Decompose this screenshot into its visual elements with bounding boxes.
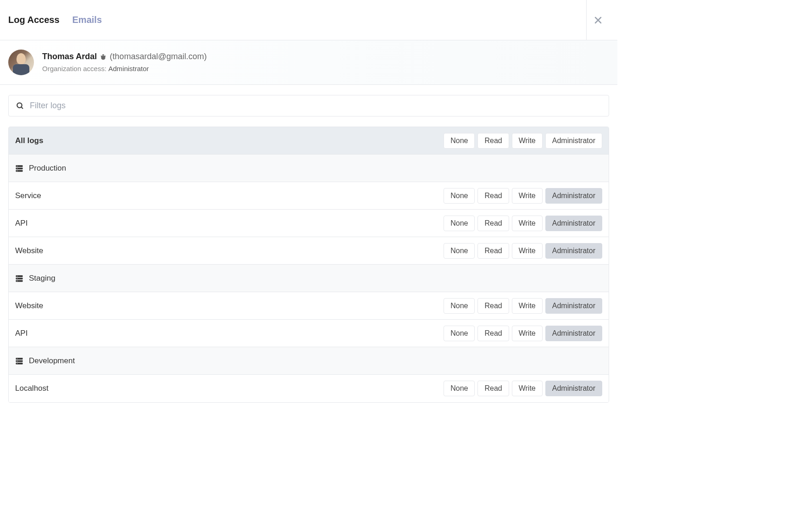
production-website-perm-write[interactable]: Write bbox=[512, 243, 543, 259]
all-logs-permission-group: NoneReadWriteAdministrator bbox=[444, 133, 602, 149]
bug-icon bbox=[100, 53, 107, 61]
log-row-staging-api: APINoneReadWriteAdministrator bbox=[9, 320, 609, 347]
log-label: API bbox=[15, 329, 28, 338]
svg-rect-8 bbox=[16, 275, 23, 277]
log-label: Website bbox=[15, 301, 43, 310]
development-localhost-perm-none[interactable]: None bbox=[444, 381, 475, 396]
svg-point-0 bbox=[17, 103, 22, 108]
close-icon bbox=[594, 14, 602, 27]
development-localhost-permission-group: NoneReadWriteAdministrator bbox=[444, 381, 602, 396]
group-label: Development bbox=[29, 356, 75, 366]
svg-point-6 bbox=[17, 168, 17, 168]
group-label: Staging bbox=[29, 274, 55, 283]
staging-website-permission-group: NoneReadWriteAdministrator bbox=[444, 298, 602, 314]
log-access-table: All logsNoneReadWriteAdministratorProduc… bbox=[8, 127, 609, 403]
log-label: API bbox=[15, 219, 28, 228]
group-left-production: Production bbox=[15, 164, 66, 173]
production-api-permission-group: NoneReadWriteAdministrator bbox=[444, 216, 602, 231]
svg-point-13 bbox=[17, 280, 17, 281]
all-logs-label: All logs bbox=[15, 136, 43, 145]
staging-website-perm-write[interactable]: Write bbox=[512, 298, 543, 314]
log-label: Localhost bbox=[15, 384, 49, 393]
staging-api-perm-none[interactable]: None bbox=[444, 326, 475, 341]
svg-point-11 bbox=[17, 276, 17, 276]
group-row-production: Production bbox=[9, 155, 609, 182]
group-row-staging: Staging bbox=[9, 265, 609, 292]
staging-api-permission-group: NoneReadWriteAdministrator bbox=[444, 326, 602, 341]
production-website-perm-none[interactable]: None bbox=[444, 243, 475, 259]
production-service-perm-read[interactable]: Read bbox=[477, 188, 509, 204]
production-api-perm-none[interactable]: None bbox=[444, 216, 475, 231]
all-logs-perm-administrator[interactable]: Administrator bbox=[545, 133, 602, 149]
group-label: Production bbox=[29, 164, 66, 173]
production-website-permission-group: NoneReadWriteAdministrator bbox=[444, 243, 602, 259]
production-service-perm-administrator[interactable]: Administrator bbox=[545, 188, 602, 204]
svg-point-7 bbox=[17, 170, 17, 171]
svg-point-18 bbox=[17, 360, 17, 361]
svg-point-5 bbox=[17, 166, 17, 166]
svg-rect-16 bbox=[16, 362, 23, 364]
all-logs-perm-read[interactable]: Read bbox=[477, 133, 509, 149]
production-api-perm-write[interactable]: Write bbox=[512, 216, 543, 231]
all-logs-perm-write[interactable]: Write bbox=[512, 133, 543, 149]
log-label: Website bbox=[15, 246, 43, 255]
tabs: Log Access Emails bbox=[8, 15, 102, 25]
user-email: (thomasardal@gmail.com) bbox=[110, 50, 206, 63]
org-access-value: Administrator bbox=[108, 65, 149, 72]
log-label: Service bbox=[15, 191, 41, 200]
log-row-production-website: WebsiteNoneReadWriteAdministrator bbox=[9, 237, 609, 265]
log-row-production-api: APINoneReadWriteAdministrator bbox=[9, 210, 609, 237]
server-icon bbox=[15, 357, 23, 365]
all-logs-header-row: All logsNoneReadWriteAdministrator bbox=[9, 127, 609, 155]
development-localhost-perm-write[interactable]: Write bbox=[512, 381, 543, 396]
development-localhost-perm-administrator[interactable]: Administrator bbox=[545, 381, 602, 396]
group-left-staging: Staging bbox=[15, 274, 55, 283]
close-button[interactable] bbox=[586, 0, 609, 40]
user-name: Thomas Ardal bbox=[42, 50, 97, 63]
avatar bbox=[8, 50, 34, 75]
org-access-label: Organization access: bbox=[42, 65, 108, 72]
svg-rect-2 bbox=[16, 165, 23, 167]
staging-website-perm-none[interactable]: None bbox=[444, 298, 475, 314]
all-logs-perm-none[interactable]: None bbox=[444, 133, 475, 149]
svg-rect-14 bbox=[16, 358, 23, 360]
search-icon bbox=[16, 102, 24, 110]
svg-rect-3 bbox=[16, 167, 23, 169]
dialog-container: Log Access Emails Thomas Ardal (thomasar… bbox=[0, 0, 617, 416]
svg-point-17 bbox=[17, 358, 17, 359]
svg-rect-10 bbox=[16, 280, 23, 282]
tab-emails[interactable]: Emails bbox=[72, 15, 102, 25]
content: All logsNoneReadWriteAdministratorProduc… bbox=[0, 85, 617, 416]
log-row-development-localhost: LocalhostNoneReadWriteAdministrator bbox=[9, 375, 609, 402]
group-left-development: Development bbox=[15, 356, 75, 366]
staging-api-perm-write[interactable]: Write bbox=[512, 326, 543, 341]
tab-log-access[interactable]: Log Access bbox=[8, 15, 60, 25]
user-name-row: Thomas Ardal (thomasardal@gmail.com) bbox=[42, 50, 207, 63]
staging-website-perm-read[interactable]: Read bbox=[477, 298, 509, 314]
org-access-row: Organization access: Administrator bbox=[42, 64, 207, 74]
svg-rect-15 bbox=[16, 360, 23, 362]
staging-website-perm-administrator[interactable]: Administrator bbox=[545, 298, 602, 314]
group-row-development: Development bbox=[9, 347, 609, 375]
tabs-bar: Log Access Emails bbox=[0, 0, 617, 40]
server-icon bbox=[15, 164, 23, 172]
production-api-perm-read[interactable]: Read bbox=[477, 216, 509, 231]
user-header: Thomas Ardal (thomasardal@gmail.com) Org… bbox=[0, 40, 617, 85]
production-website-perm-administrator[interactable]: Administrator bbox=[545, 243, 602, 259]
svg-rect-4 bbox=[16, 170, 23, 172]
production-service-permission-group: NoneReadWriteAdministrator bbox=[444, 188, 602, 204]
user-info: Thomas Ardal (thomasardal@gmail.com) Org… bbox=[42, 50, 207, 74]
svg-point-12 bbox=[17, 278, 17, 278]
filter-input[interactable] bbox=[30, 101, 601, 111]
filter-box[interactable] bbox=[8, 95, 609, 116]
log-row-staging-website: WebsiteNoneReadWriteAdministrator bbox=[9, 292, 609, 320]
production-api-perm-administrator[interactable]: Administrator bbox=[545, 216, 602, 231]
production-website-perm-read[interactable]: Read bbox=[477, 243, 509, 259]
production-service-perm-write[interactable]: Write bbox=[512, 188, 543, 204]
production-service-perm-none[interactable]: None bbox=[444, 188, 475, 204]
staging-api-perm-read[interactable]: Read bbox=[477, 326, 509, 341]
staging-api-perm-administrator[interactable]: Administrator bbox=[545, 326, 602, 341]
log-row-production-service: ServiceNoneReadWriteAdministrator bbox=[9, 182, 609, 210]
svg-point-19 bbox=[17, 363, 17, 363]
development-localhost-perm-read[interactable]: Read bbox=[477, 381, 509, 396]
